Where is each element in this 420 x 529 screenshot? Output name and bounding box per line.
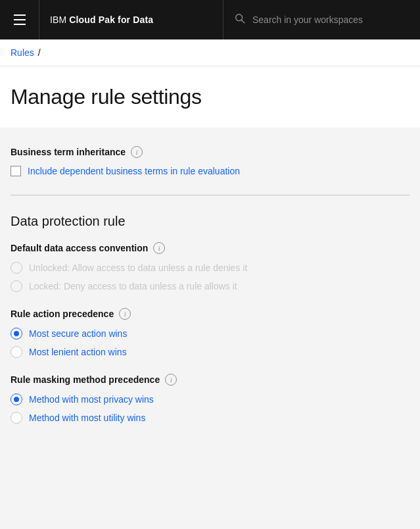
page-title-section: Manage rule settings xyxy=(0,66,420,128)
business-term-field-group: Business term inheritance i Include depe… xyxy=(11,146,409,176)
most-privacy-label: Method with most privacy wins xyxy=(29,394,154,405)
most-lenient-label: Most lenient action wins xyxy=(29,347,127,357)
breadcrumb: Rules / xyxy=(0,39,420,66)
business-term-label: Business term inheritance xyxy=(11,147,126,157)
hamburger-icon xyxy=(14,14,26,25)
business-term-label-row: Business term inheritance i xyxy=(11,146,409,158)
header: IBM Cloud Pak for Data Search in your wo… xyxy=(0,0,420,39)
header-search[interactable]: Search in your workspaces xyxy=(223,13,420,28)
search-icon xyxy=(234,13,246,28)
rule-action-group: Rule action precedence i Most secure act… xyxy=(11,308,409,358)
unlocked-label: Unlocked: Allow access to data unless a … xyxy=(29,263,247,273)
unlocked-option[interactable]: Unlocked: Allow access to data unless a … xyxy=(11,262,409,274)
page-title: Manage rule settings xyxy=(11,85,409,109)
business-term-section: Business term inheritance i Include depe… xyxy=(0,128,420,195)
most-utility-option[interactable]: Method with most utility wins xyxy=(11,412,409,424)
rule-masking-info-icon[interactable]: i xyxy=(165,374,177,386)
locked-option[interactable]: Locked: Deny access to data unless a rul… xyxy=(11,280,409,292)
most-secure-option[interactable]: Most secure action wins xyxy=(11,328,409,340)
most-secure-radio[interactable] xyxy=(11,328,22,340)
most-privacy-option[interactable]: Method with most privacy wins xyxy=(11,393,409,405)
most-privacy-radio[interactable] xyxy=(11,393,22,405)
svg-point-0 xyxy=(236,14,243,20)
data-protection-title: Data protection rule xyxy=(11,214,409,229)
business-term-checkbox-row[interactable]: Include dependent business terms in rule… xyxy=(11,166,409,176)
rule-action-label: Rule action precedence xyxy=(11,309,114,319)
content-area: Business term inheritance i Include depe… xyxy=(0,128,420,458)
default-access-info-icon[interactable]: i xyxy=(153,242,165,254)
most-secure-label: Most secure action wins xyxy=(29,328,127,339)
business-term-info-icon[interactable]: i xyxy=(131,146,143,158)
locked-label: Locked: Deny access to data unless a rul… xyxy=(29,281,237,291)
locked-radio[interactable] xyxy=(11,280,22,292)
search-placeholder: Search in your workspaces xyxy=(252,14,363,25)
default-access-group: Default data access convention i Unlocke… xyxy=(11,242,409,292)
unlocked-radio[interactable] xyxy=(11,262,22,274)
menu-button[interactable] xyxy=(0,0,39,39)
svg-line-1 xyxy=(241,20,245,23)
data-protection-section: Data protection rule Default data access… xyxy=(0,195,420,458)
business-term-checkbox[interactable] xyxy=(11,166,21,176)
default-access-label: Default data access convention xyxy=(11,243,148,253)
most-lenient-radio[interactable] xyxy=(11,346,22,358)
header-brand: IBM Cloud Pak for Data xyxy=(39,0,223,39)
rule-masking-label-row: Rule masking method precedence i xyxy=(11,374,409,386)
most-utility-radio[interactable] xyxy=(11,412,22,424)
brand-text-bold: Cloud Pak for Data xyxy=(69,14,153,25)
most-utility-label: Method with most utility wins xyxy=(29,413,145,423)
most-lenient-option[interactable]: Most lenient action wins xyxy=(11,346,409,358)
brand-text: IBM Cloud Pak for Data xyxy=(50,14,153,25)
breadcrumb-rules-link[interactable]: Rules xyxy=(11,47,34,58)
breadcrumb-separator: / xyxy=(38,47,41,58)
rule-action-info-icon[interactable]: i xyxy=(119,308,131,320)
default-access-label-row: Default data access convention i xyxy=(11,242,409,254)
rule-masking-label: Rule masking method precedence xyxy=(11,374,160,385)
rule-action-label-row: Rule action precedence i xyxy=(11,308,409,320)
rule-masking-group: Rule masking method precedence i Method … xyxy=(11,374,409,424)
business-term-checkbox-label[interactable]: Include dependent business terms in rule… xyxy=(28,166,240,176)
